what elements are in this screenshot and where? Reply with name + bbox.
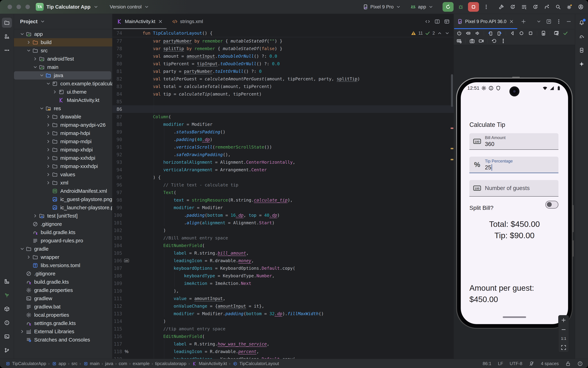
line-number[interactable]: 119 [113, 357, 122, 359]
code-line-95[interactable]: 95 ) { [113, 174, 454, 181]
breadcrumb-item[interactable]: java [105, 361, 113, 366]
open-in-window-icon[interactable] [546, 19, 552, 24]
task-list-icon[interactable] [521, 4, 527, 10]
line-number[interactable]: 101 [113, 220, 122, 225]
project-tool-icon[interactable] [2, 18, 12, 28]
project-widget[interactable]: TA Tip Calculator App [36, 3, 99, 11]
file-encoding[interactable]: UTF-8 [509, 361, 522, 366]
line-number[interactable]: 113 [113, 311, 122, 316]
code-line-108[interactable]: 108 keyboardType = KeyboardType.Number, [113, 272, 454, 279]
line-number[interactable]: 109 [113, 281, 122, 286]
chevron-right-icon[interactable] [45, 172, 51, 177]
split-bill-toggle[interactable] [545, 201, 558, 209]
code-line-111[interactable]: 111 value = amountInput, [113, 295, 454, 302]
volume-down-icon[interactable] [475, 30, 480, 36]
split-view-icon[interactable] [434, 19, 440, 24]
overview-icon[interactable] [528, 30, 533, 36]
code-line-116[interactable]: 116 EditNumberField( [113, 332, 454, 340]
code-area[interactable]: 77 var partyNumber by remember { mutable… [113, 37, 454, 359]
chevron-down-icon[interactable] [19, 31, 25, 37]
more-run-actions-button[interactable] [483, 4, 489, 10]
error-stripe-mark[interactable] [451, 148, 453, 149]
code-line-112[interactable]: 112 onValueChange = {amountInput = it}, [113, 302, 454, 310]
close-window-button[interactable] [8, 5, 12, 9]
code-line-80[interactable]: 80 val tipPercent = tipInput.toDoubleOrN… [113, 60, 454, 67]
device-tab[interactable]: Pixel 9 Pro API 36.0 [454, 14, 517, 29]
line-number[interactable]: 97 [113, 190, 122, 195]
error-stripe-mark[interactable] [451, 159, 453, 160]
code-line-96[interactable]: 96 // Title text - calculate tip [113, 181, 454, 189]
line-number[interactable]: 78 [113, 46, 122, 51]
chevron-right-icon[interactable] [32, 213, 38, 219]
chevron-right-icon[interactable] [32, 56, 38, 62]
chevron-right-icon[interactable] [45, 147, 51, 153]
chevron-right-icon[interactable] [19, 329, 25, 334]
line-number[interactable]: 100 [113, 212, 122, 218]
code-line-119[interactable]: 119 keyboardOptions = KeyboardOptions.De… [113, 355, 454, 359]
tree-item-build-gradle-kts[interactable]: build.gradle.kts [14, 228, 111, 237]
vcs-widget[interactable]: Version control [110, 4, 149, 10]
tree-item-mipmap-anydpi-v26[interactable]: mipmap-anydpi-v26 [14, 121, 111, 129]
project-panel-header[interactable]: Project [14, 14, 113, 29]
indent-size[interactable]: 4 spaces [541, 361, 559, 366]
debug-button[interactable] [458, 4, 464, 10]
code-line-97[interactable]: 97 Text( [113, 189, 454, 196]
tree-item-com-example-tipcalculatorapp[interactable]: com.example.tipcalculatorapp [14, 80, 111, 88]
panel-options-icon[interactable] [556, 19, 562, 24]
device-settings-icon[interactable] [541, 30, 546, 36]
chevron-right-icon[interactable] [45, 155, 51, 161]
zoom-fit-button[interactable] [561, 345, 566, 350]
tree-item-test-unittest-[interactable]: test [unitTest] [14, 212, 111, 220]
breadcrumb-item[interactable]: main [83, 361, 100, 367]
code-line-81[interactable]: 81 val party = partyNumber.toIntOrNull()… [113, 67, 454, 75]
reset-icon[interactable] [491, 38, 497, 44]
tree-item-mipmap-xxhdpi[interactable]: mipmap-xxhdpi [14, 154, 111, 162]
settings-icon[interactable] [567, 4, 572, 10]
code-line-109[interactable]: 109 imeAction = ImeAction.Next [113, 279, 454, 287]
line-number[interactable]: 103 [113, 235, 122, 241]
chevron-right-icon[interactable] [26, 254, 32, 260]
line-number[interactable]: 85 [113, 99, 122, 104]
build-tool-icon[interactable] [2, 304, 12, 314]
tree-item-ic-launcher-playstore-png[interactable]: ic_launcher-playstore.png [14, 203, 111, 212]
chevron-right-icon[interactable] [26, 40, 32, 45]
tree-item-values[interactable]: values [14, 170, 111, 179]
line-number[interactable]: 118 [113, 349, 122, 354]
screen-record-icon[interactable] [478, 38, 484, 44]
code-line-103[interactable]: 103 //Bill amount entry space [113, 234, 454, 242]
code-line-115[interactable]: 115 //tip amount entry space [113, 325, 454, 332]
device-selector[interactable]: Pixel 9 Pro [363, 4, 401, 10]
tab-mainactivity[interactable]: MainActivity.kt [113, 14, 168, 29]
breadcrumb-item[interactable]: TipCalculatorLayout [232, 361, 279, 367]
code-line-85[interactable]: 85 [113, 98, 454, 105]
tip-percentage-field[interactable]: % Tip Percentage 25 [469, 157, 558, 173]
line-number[interactable]: 116 [113, 334, 122, 339]
line-number[interactable]: 93 [113, 160, 122, 165]
chevron-right-icon[interactable] [52, 89, 58, 95]
breadcrumb-item[interactable]: example [133, 361, 149, 366]
line-number[interactable]: 117 [113, 341, 122, 347]
tree-item-wrapper[interactable]: wrapper [14, 253, 111, 261]
tree-item-libs-versions-toml[interactable]: libs.versions.toml [14, 261, 111, 269]
prev-issue-icon[interactable] [437, 30, 442, 36]
zoom-out-button[interactable] [561, 327, 566, 332]
code-line-87[interactable]: 87 Column( [113, 113, 454, 120]
tree-item-gradle[interactable]: gradle [14, 245, 111, 253]
code-line-79[interactable]: 79 val amount = amountInput.toDoubleOrNu… [113, 52, 454, 60]
tree-item-androidtest[interactable]: androidTest [14, 55, 111, 63]
code-line-90[interactable]: 90 .padding(40.dp) [113, 136, 454, 143]
code-line-114[interactable]: 114 ) [113, 317, 454, 325]
code-line-102[interactable]: 102 ) [113, 227, 454, 234]
window-controls[interactable] [0, 5, 36, 9]
inspections-widget[interactable]: 11 2 [411, 29, 450, 37]
chevron-right-icon[interactable] [45, 164, 51, 169]
line-number[interactable]: 108 [113, 273, 122, 278]
line-number[interactable]: 92 [113, 152, 122, 157]
gradle-sync-icon[interactable] [544, 4, 550, 10]
chevron-down-icon[interactable] [39, 73, 45, 78]
line-number[interactable]: 81 [113, 69, 122, 74]
code-line-93[interactable]: 93 horizontalAlignment = Alignment.Cente… [113, 158, 454, 166]
tree-item-mainactivity-kt[interactable]: MainActivity.kt [14, 96, 111, 104]
chevron-down-icon[interactable] [536, 19, 542, 24]
line-separator[interactable]: LF [498, 361, 503, 366]
